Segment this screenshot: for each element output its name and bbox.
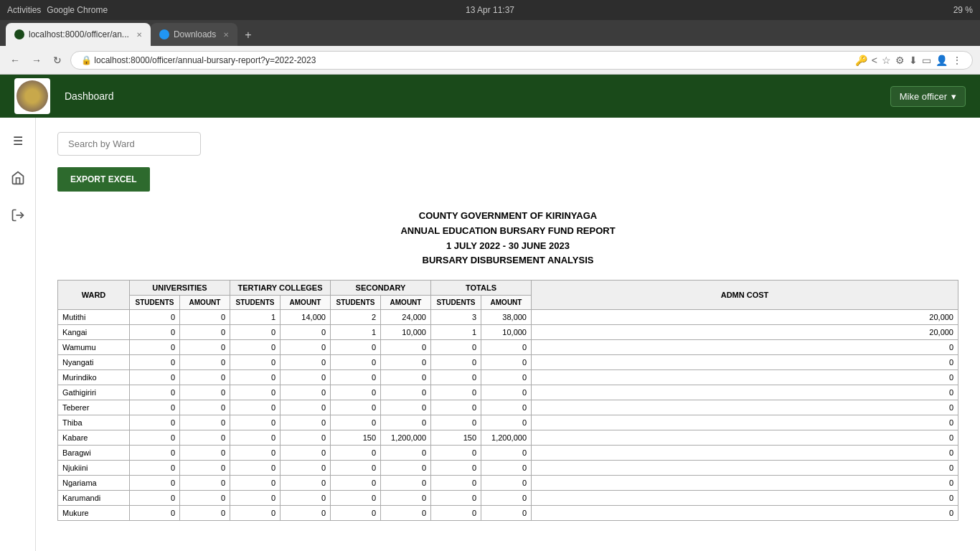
address-bar[interactable]: 🔒 localhost:8000/officer/annual-bursary-… bbox=[70, 51, 973, 70]
cell-tot-std: 0 bbox=[431, 385, 481, 400]
cell-tot-std: 1 bbox=[431, 325, 481, 340]
main-wrapper: ☰ EXPORT EXCEL bbox=[0, 118, 980, 551]
download-icon[interactable]: ⬇ bbox=[909, 55, 918, 66]
cell-t-std: 0 bbox=[230, 325, 281, 340]
sub-header-t-amt: AMOUNT bbox=[281, 296, 331, 310]
table-row: Mutithi 0 0 1 14,000 2 24,000 3 38,000 2… bbox=[58, 310, 958, 325]
cell-u-amt: 0 bbox=[180, 385, 230, 400]
cell-s-std: 0 bbox=[331, 415, 381, 430]
cell-s-std: 0 bbox=[331, 506, 381, 521]
forward-button[interactable]: → bbox=[29, 53, 44, 67]
titlebar-right: 29 % bbox=[953, 5, 973, 15]
tab-active[interactable]: localhost:8000/officer/an... ✕ bbox=[6, 23, 151, 46]
share-icon[interactable]: < bbox=[872, 55, 877, 66]
sub-header-tot-amt: AMOUNT bbox=[481, 296, 532, 310]
report-header: COUNTY GOVERNMENT OF KIRINYAGA ANNUAL ED… bbox=[57, 209, 958, 268]
cell-tot-std: 0 bbox=[431, 476, 481, 491]
cell-tot-std: 0 bbox=[431, 400, 481, 415]
menu-icon[interactable]: ⋮ bbox=[952, 55, 962, 66]
cell-admn: 0 bbox=[532, 461, 958, 476]
search-input[interactable] bbox=[57, 132, 201, 156]
home-icon[interactable] bbox=[6, 166, 29, 189]
cell-tot-amt: 0 bbox=[481, 476, 532, 491]
battery-indicator: 29 % bbox=[953, 5, 973, 15]
cell-tot-std: 0 bbox=[431, 506, 481, 521]
cell-ward: Kabare bbox=[58, 430, 130, 446]
tab-favicon-1 bbox=[14, 29, 24, 39]
back-button[interactable]: ← bbox=[7, 53, 23, 67]
cell-ward: Wamumu bbox=[58, 340, 130, 355]
cell-admn: 0 bbox=[532, 476, 958, 491]
logout-icon[interactable] bbox=[6, 204, 29, 227]
cell-admn: 0 bbox=[532, 415, 958, 430]
cell-s-std: 0 bbox=[331, 461, 381, 476]
table-row: Baragwi 0 0 0 0 0 0 0 0 0 bbox=[58, 446, 958, 461]
cell-t-amt: 0 bbox=[281, 491, 331, 506]
new-tab-button[interactable]: + bbox=[237, 24, 258, 46]
cell-s-amt: 0 bbox=[381, 385, 431, 400]
cell-admn: 0 bbox=[532, 506, 958, 521]
extension-icon[interactable]: ⚙ bbox=[895, 55, 905, 66]
cell-t-std: 0 bbox=[230, 400, 281, 415]
cell-u-amt: 0 bbox=[180, 506, 230, 521]
content-area: EXPORT EXCEL COUNTY GOVERNMENT OF KIRINY… bbox=[36, 118, 980, 551]
cell-u-std: 0 bbox=[130, 430, 180, 446]
cell-tot-amt: 0 bbox=[481, 446, 532, 461]
key-icon[interactable]: 🔑 bbox=[855, 55, 867, 66]
activities-label[interactable]: Activities bbox=[7, 5, 41, 15]
tab-downloads[interactable]: Downloads ✕ bbox=[151, 23, 237, 46]
cell-tot-amt: 10,000 bbox=[481, 325, 532, 340]
table-row: Karumandi 0 0 0 0 0 0 0 0 0 bbox=[58, 491, 958, 506]
cell-t-std: 0 bbox=[230, 370, 281, 385]
cell-s-std: 1 bbox=[331, 325, 381, 340]
browser-tabbar: localhost:8000/officer/an... ✕ Downloads… bbox=[0, 20, 980, 46]
cell-ward: Murindiko bbox=[58, 370, 130, 385]
cell-s-amt: 0 bbox=[381, 446, 431, 461]
reload-button[interactable]: ↻ bbox=[50, 53, 65, 67]
table-row: Gathigiriri 0 0 0 0 0 0 0 0 0 bbox=[58, 385, 958, 400]
star-icon[interactable]: ☆ bbox=[882, 55, 891, 66]
cell-s-amt: 0 bbox=[381, 355, 431, 370]
cell-t-amt: 0 bbox=[281, 370, 331, 385]
hamburger-menu-icon[interactable]: ☰ bbox=[6, 129, 29, 152]
cell-t-std: 0 bbox=[230, 491, 281, 506]
cell-tot-std: 150 bbox=[431, 430, 481, 446]
table-row: Njukiini 0 0 0 0 0 0 0 0 0 bbox=[58, 461, 958, 476]
dashboard-link[interactable]: Dashboard bbox=[65, 90, 114, 102]
cell-u-std: 0 bbox=[130, 461, 180, 476]
cell-ward: Mutithi bbox=[58, 310, 130, 325]
cell-ward: Gathigiriri bbox=[58, 385, 130, 400]
cell-tot-std: 0 bbox=[431, 355, 481, 370]
cell-t-amt: 0 bbox=[281, 446, 331, 461]
cell-ward: Baragwi bbox=[58, 446, 130, 461]
cell-t-amt: 0 bbox=[281, 461, 331, 476]
cell-tot-std: 0 bbox=[431, 461, 481, 476]
cell-t-std: 0 bbox=[230, 430, 281, 446]
export-excel-button[interactable]: EXPORT EXCEL bbox=[57, 167, 150, 192]
cell-tot-std: 0 bbox=[431, 491, 481, 506]
cell-u-std: 0 bbox=[130, 340, 180, 355]
profile-icon[interactable]: 👤 bbox=[936, 55, 948, 66]
tab-close-2[interactable]: ✕ bbox=[223, 31, 229, 39]
titlebar-left: Activities Google Chrome bbox=[7, 5, 108, 15]
app-name-label: Google Chrome bbox=[47, 5, 108, 15]
cell-tot-std: 0 bbox=[431, 446, 481, 461]
screen-icon[interactable]: ▭ bbox=[922, 55, 931, 66]
cell-tot-std: 0 bbox=[431, 340, 481, 355]
cell-admn: 0 bbox=[532, 385, 958, 400]
cell-t-amt: 0 bbox=[281, 476, 331, 491]
cell-t-std: 0 bbox=[230, 446, 281, 461]
cell-t-std: 0 bbox=[230, 415, 281, 430]
cell-t-std: 0 bbox=[230, 355, 281, 370]
tab-close-1[interactable]: ✕ bbox=[136, 31, 142, 39]
cell-t-amt: 14,000 bbox=[281, 310, 331, 325]
table-row: Mukure 0 0 0 0 0 0 0 0 0 bbox=[58, 506, 958, 521]
cell-u-std: 0 bbox=[130, 506, 180, 521]
user-dropdown-button[interactable]: Mike officer ▾ bbox=[890, 86, 966, 107]
tab-label-1: localhost:8000/officer/an... bbox=[29, 29, 129, 39]
cell-u-amt: 0 bbox=[180, 400, 230, 415]
cell-s-amt: 0 bbox=[381, 340, 431, 355]
address-text: localhost:8000/officer/annual-bursary-re… bbox=[94, 55, 316, 65]
sub-header-t-std: STUDENTS bbox=[230, 296, 281, 310]
cell-t-amt: 0 bbox=[281, 430, 331, 446]
